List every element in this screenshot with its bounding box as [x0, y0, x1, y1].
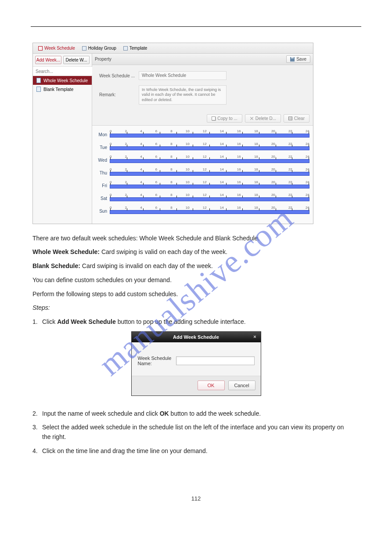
label-blank: Blank Schedule: — [32, 262, 80, 269]
step-number: 3. — [32, 423, 42, 442]
tab-week-schedule[interactable]: Week Schedule — [36, 45, 78, 51]
app-panel: Week Schedule Holiday Group Template Add… — [32, 43, 313, 224]
bold-text: OK — [160, 410, 169, 417]
clear-label: Clear — [294, 116, 305, 121]
day-label: Fri — [96, 183, 110, 189]
day-label: Thu — [96, 170, 110, 176]
save-label: Save — [296, 57, 306, 62]
delete-icon — [250, 116, 254, 120]
week-schedule-name-input[interactable] — [176, 356, 255, 365]
schedule-bar[interactable] — [110, 146, 309, 150]
ok-button[interactable]: OK — [198, 381, 225, 390]
form-area: Week Schedule ... Whole Week Schedule Re… — [92, 65, 313, 114]
timeline[interactable]: 024681012141618202224 — [110, 155, 309, 163]
sidebar-item-blank-template[interactable]: Blank Template — [33, 85, 92, 94]
document-body: 2. Input the name of week schedule and c… — [32, 409, 352, 456]
step-1: 1. Click Add Week Schedule button to pop… — [32, 317, 352, 327]
copy-to-button[interactable]: Copy to ... — [207, 114, 242, 123]
calendar-icon — [38, 46, 43, 51]
sidebar-item-whole-week[interactable]: Whole Week Schedule — [33, 76, 92, 85]
timeline[interactable]: 024681012141618202224 — [110, 193, 309, 201]
schedule-name-field[interactable]: Whole Week Schedule — [139, 71, 227, 80]
day-row: Tue 024681012141618202224 — [96, 142, 309, 150]
timeline[interactable]: 024681012141618202224 — [110, 167, 309, 176]
schedule-bar[interactable] — [110, 185, 309, 189]
delete-label: Delete D... — [255, 116, 276, 121]
day-row: Wed 024681012141618202224 — [96, 155, 309, 163]
schedule-name-label: Week Schedule ... — [99, 73, 139, 78]
tab-label: Week Schedule — [44, 46, 75, 51]
tab-label: Holiday Group — [88, 46, 116, 51]
remark-field: In Whole Week Schedule, the card swiping… — [139, 85, 227, 105]
timeline[interactable]: 024681012141618202224 — [110, 180, 309, 189]
add-week-schedule-dialog: Add Week Schedule × Week Schedule Name: … — [131, 331, 261, 396]
disk-icon — [290, 57, 295, 62]
property-title: Property — [95, 57, 111, 62]
add-week-button[interactable]: Add Week... — [35, 56, 61, 64]
copy-icon — [212, 116, 216, 120]
main-pane: Property Save Week Schedule ... Whole We… — [92, 54, 313, 224]
day-row: Sun 024681012141618202224 — [96, 206, 309, 214]
schedule-list: Whole Week Schedule Blank Template — [33, 76, 92, 224]
text: Click — [42, 318, 57, 325]
timeline[interactable]: 024681012141618202224 — [110, 129, 309, 138]
bold-text: Add Week Schedule — [57, 318, 116, 325]
clear-button[interactable]: Clear — [284, 114, 309, 123]
text: Click on the time line and drag the time… — [42, 446, 208, 456]
timeline[interactable]: 024681012141618202224 — [110, 142, 309, 150]
schedule-bar[interactable] — [110, 134, 309, 138]
step-3: 3. Select the added week schedule in the… — [32, 423, 352, 442]
sidebar-item-label: Whole Week Schedule — [43, 78, 88, 83]
day-label: Sun — [96, 209, 110, 214]
day-label: Tue — [96, 145, 110, 150]
save-button[interactable]: Save — [286, 55, 310, 63]
schedule-bar[interactable] — [110, 172, 309, 176]
tab-holiday-group[interactable]: Holiday Group — [79, 45, 119, 51]
text: button to add the week schedule. — [169, 410, 261, 417]
schedule-grid: Mon 024681012141618202224 Tue 0246810121… — [92, 125, 313, 224]
tab-template[interactable]: Template — [121, 45, 150, 51]
cancel-button[interactable]: Cancel — [228, 381, 255, 390]
text: Input the name of week schedule and clic… — [42, 410, 160, 417]
sidebar: Add Week... Delete W... 🔍 Whole Week Sch… — [33, 54, 92, 224]
calendar-icon — [123, 46, 128, 51]
search-input[interactable] — [33, 67, 94, 76]
doc-paragraph: Perform the following steps to add custo… — [32, 290, 352, 299]
property-bar: Property Save — [92, 54, 313, 65]
step-number: 4. — [32, 446, 42, 456]
day-label: Mon — [96, 132, 110, 138]
calendar-icon — [82, 46, 86, 51]
text: Select the added week schedule in the sc… — [42, 423, 352, 442]
day-label: Sat — [96, 196, 110, 201]
doc-paragraph: Whole Week Schedule: Card swiping is val… — [32, 247, 352, 257]
remark-label: Remark: — [99, 92, 139, 97]
label-whole-week: Whole Week Schedule: — [32, 248, 100, 255]
step-number: 1. — [32, 317, 42, 327]
text: Card swiping is invalid on each day of t… — [80, 262, 213, 269]
timeline[interactable]: 024681012141618202224 — [110, 206, 309, 214]
action-row: Copy to ... Delete D... Clear — [92, 114, 313, 125]
day-row: Thu 024681012141618202224 — [96, 167, 309, 176]
step-4: 4. Click on the time line and drag the t… — [32, 446, 352, 456]
schedule-bar[interactable] — [110, 159, 309, 163]
schedule-bar[interactable] — [110, 197, 309, 201]
page-number: 112 — [31, 495, 361, 502]
delete-week-button[interactable]: Delete W... — [63, 56, 90, 64]
day-row: Sat 024681012141618202224 — [96, 193, 309, 201]
delete-duration-button[interactable]: Delete D... — [245, 114, 281, 123]
tab-bar: Week Schedule Holiday Group Template — [33, 43, 313, 54]
schedule-bar[interactable] — [110, 210, 309, 214]
dialog-title-bar: Add Week Schedule × — [132, 332, 261, 342]
close-icon[interactable]: × — [252, 334, 258, 340]
schedule-icon — [36, 78, 41, 83]
document-body: There are two default week schedules: Wh… — [32, 234, 352, 327]
doc-paragraph: You can define custom schedules on your … — [32, 276, 352, 285]
clear-icon — [288, 116, 292, 120]
dialog-field-label: Week Schedule Name: — [138, 355, 173, 366]
step-2: 2. Input the name of week schedule and c… — [32, 409, 352, 419]
sidebar-item-label: Blank Template — [43, 87, 73, 92]
text: button to pop up the adding schedule int… — [116, 318, 246, 325]
dialog-title: Add Week Schedule — [173, 334, 219, 340]
steps-heading: Steps: — [32, 303, 352, 313]
step-number: 2. — [32, 409, 42, 419]
